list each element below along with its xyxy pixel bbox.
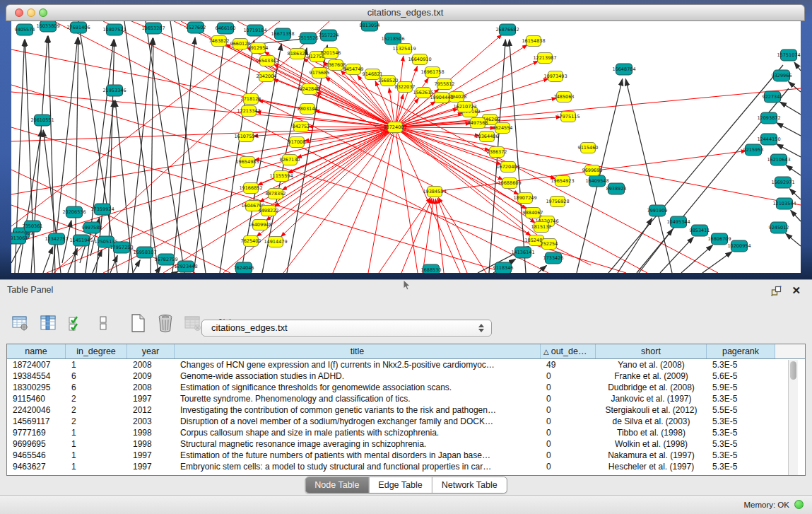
graph-edge[interactable] <box>791 210 801 221</box>
cell-name[interactable]: 9463627 <box>7 461 66 472</box>
graph-edge[interactable] <box>273 79 395 127</box>
cell-year[interactable]: 1997 <box>127 461 175 472</box>
cell-year[interactable]: 2009 <box>127 370 175 382</box>
graph-edge[interactable] <box>151 38 153 273</box>
cell-pagerank[interactable]: 5.3E-5 <box>707 393 775 404</box>
cell-out_de[interactable]: 0 <box>541 382 596 393</box>
cell-out_de[interactable]: 0 <box>541 450 596 461</box>
cell-title[interactable]: Estimation of significance thresholds fo… <box>175 382 541 393</box>
cell-year[interactable]: 2008 <box>127 382 175 393</box>
graph-edge[interactable] <box>297 127 395 158</box>
column-header-pagerank[interactable]: pagerank <box>707 344 775 358</box>
cell-in_degree[interactable]: 2 <box>66 393 127 404</box>
graph-edge[interactable] <box>11 170 230 273</box>
cell-out_de[interactable]: 0 <box>541 416 596 427</box>
delete-column-button[interactable] <box>156 313 175 333</box>
minimize-window-button[interactable] <box>27 8 35 17</box>
cell-pagerank[interactable]: 5.5E-5 <box>707 404 775 416</box>
cell-in_degree[interactable]: 6 <box>66 382 127 393</box>
cell-title[interactable]: Genome-wide association studies in ADHD. <box>175 370 541 382</box>
cell-in_degree[interactable]: 1 <box>66 450 127 461</box>
table-scrollbar[interactable] <box>788 360 798 475</box>
graph-edge[interactable] <box>608 65 783 273</box>
select-all-button[interactable] <box>66 313 85 333</box>
memory-ok-icon[interactable] <box>794 500 804 509</box>
cell-in_degree[interactable]: 1 <box>66 438 127 450</box>
cell-out_de[interactable]: 0 <box>541 404 596 416</box>
column-header-title[interactable]: title <box>175 344 541 358</box>
graph-edge[interactable] <box>789 189 801 199</box>
column-header-name[interactable]: name <box>7 344 66 358</box>
cell-short[interactable]: Franke et al. (2009) <box>596 370 707 382</box>
cell-short[interactable]: Wolkin et al. (1998) <box>596 438 707 450</box>
graph-edge[interactable] <box>618 218 652 273</box>
cell-in_degree[interactable]: 2 <box>66 416 127 427</box>
table-row[interactable]: 946362711997Embryonic stem cells: a mode… <box>7 461 805 472</box>
cell-name[interactable]: 18300295 <box>7 382 66 393</box>
maximize-window-button[interactable] <box>39 8 47 17</box>
table-row[interactable]: 911546021997Tourette syndrome. Phenomeno… <box>7 393 805 404</box>
graph-edge[interactable] <box>777 123 801 136</box>
cell-pagerank[interactable]: 5.3E-5 <box>707 461 775 472</box>
cell-out_de[interactable]: 0 <box>541 461 596 472</box>
cell-name[interactable]: 14569117 <box>7 416 66 427</box>
cell-title[interactable]: Estimation of the future numbers of pati… <box>175 450 541 461</box>
cell-name[interactable]: 19384554 <box>7 370 66 382</box>
column-header-in_degree[interactable]: in_degree <box>66 344 127 358</box>
cell-out_de[interactable]: 0 <box>541 370 596 382</box>
cell-name[interactable]: 9115460 <box>7 393 66 404</box>
cell-in_degree[interactable]: 1 <box>66 359 127 370</box>
cell-short[interactable]: de Silva et al. (2003) <box>596 416 707 427</box>
cell-name[interactable]: 9699695 <box>7 438 66 450</box>
cell-short[interactable]: Dudbridge et al. (2008) <box>596 382 707 393</box>
column-header-short[interactable]: short <box>596 344 707 358</box>
table-select-dropdown[interactable]: citations_edges.txt <box>201 320 492 337</box>
table-row[interactable]: 977716911998Corpus callosum shape and si… <box>7 427 805 438</box>
cell-short[interactable]: Yano et al. (2008) <box>596 359 707 370</box>
float-panel-icon[interactable] <box>770 285 782 296</box>
cell-title[interactable]: Investigating the contribution of common… <box>175 404 541 416</box>
cell-out_de[interactable]: 0 <box>541 427 596 438</box>
graph-edge[interactable] <box>401 198 432 273</box>
tab-edge-table[interactable]: Edge Table <box>368 477 431 493</box>
cell-name[interactable]: 22420046 <box>7 404 66 416</box>
cell-year[interactable]: 1998 <box>127 438 175 450</box>
cell-pagerank[interactable]: 5.3E-5 <box>707 450 775 461</box>
network-window-titlebar[interactable]: citations_edges.txt <box>6 4 805 21</box>
cell-out_de[interactable]: 49 <box>541 359 596 370</box>
graph-edge[interactable] <box>11 127 395 141</box>
graph-edge[interactable] <box>780 102 801 115</box>
network-graph[interactable]: 1872400719384554940557416033809276914061… <box>11 21 801 273</box>
cell-pagerank[interactable]: 5.3E-5 <box>707 427 775 438</box>
cell-short[interactable]: Tibbo et al. (1998) <box>596 427 707 438</box>
table-row[interactable]: 1872400712008Changes of HCN gene express… <box>7 359 805 370</box>
network-canvas[interactable]: 1872400719384554940557416033809276914061… <box>11 21 801 273</box>
cell-short[interactable]: Stergiakouli et al. (2012) <box>596 404 707 416</box>
column-header-out_de[interactable]: △out_de… <box>541 344 596 358</box>
cell-name[interactable]: 9777169 <box>7 427 66 438</box>
graph-edge[interactable] <box>786 233 801 246</box>
cell-name[interactable]: 18724007 <box>7 359 66 370</box>
cell-year[interactable]: 1998 <box>127 427 175 438</box>
cell-short[interactable]: Jankovic et al. (1997) <box>596 393 707 404</box>
graph-edge[interactable] <box>43 247 53 273</box>
cell-title[interactable]: Embryonic stem cells: a model to study s… <box>175 461 541 472</box>
delete-table-button[interactable] <box>184 313 202 333</box>
cell-pagerank[interactable]: 5.9E-5 <box>707 382 775 393</box>
cell-title[interactable]: Corpus callosum shape and size in male p… <box>175 427 541 438</box>
table-row[interactable]: 969969511998Structural magnetic resonanc… <box>7 438 805 450</box>
graph-edge[interactable] <box>395 127 418 273</box>
cell-out_de[interactable]: 0 <box>541 438 596 450</box>
cell-short[interactable]: Hescheler et al. (1997) <box>596 461 707 472</box>
graph-edge[interactable] <box>163 127 395 273</box>
deselect-all-button[interactable] <box>94 313 112 333</box>
cell-in_degree[interactable]: 1 <box>66 427 127 438</box>
cell-year[interactable]: 1997 <box>127 450 175 461</box>
graph-edge[interactable] <box>794 62 801 71</box>
graph-edge[interactable] <box>11 127 506 273</box>
table-row[interactable]: 1456911722003Disruption of a novel membe… <box>7 416 805 427</box>
cell-title[interactable]: Structural magnetic resonance image aver… <box>175 438 541 450</box>
cell-title[interactable]: Changes of HCN gene expression and I(f) … <box>175 359 541 370</box>
graph-edge[interactable] <box>170 21 206 273</box>
graph-edge[interactable] <box>175 271 178 273</box>
